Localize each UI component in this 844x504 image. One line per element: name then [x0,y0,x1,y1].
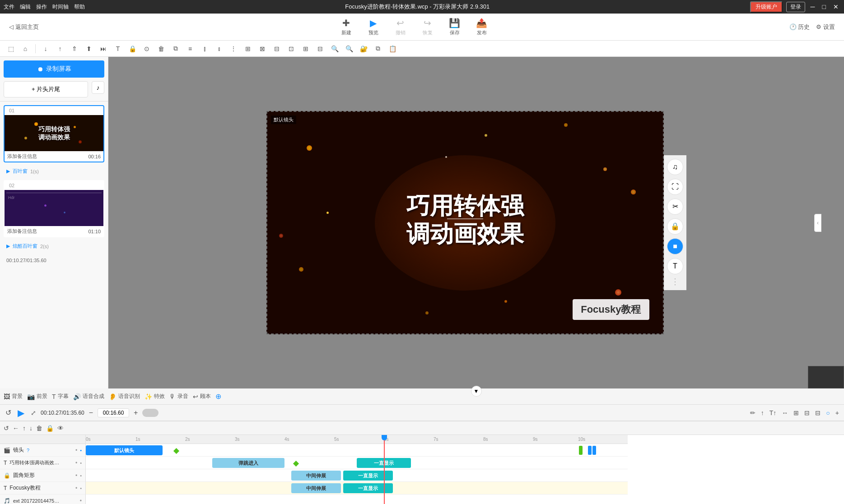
up-icon-btn[interactable]: ↑ [760,409,765,416]
clip-item-02[interactable]: 02 Hdr 添加备注信息 01:10 [4,180,104,237]
back-home-button[interactable]: ◁ 返回主页 [9,23,39,31]
expand-button[interactable]: ▼ [471,386,482,397]
effect-bg[interactable]: 🖼 背景 [4,393,23,400]
crop-button[interactable]: ✂ [667,199,683,215]
sec-btn-copy[interactable]: ⧉ [169,42,182,55]
effect-tts[interactable]: 🔊 语音合成 [73,393,104,400]
sec-btn-lock[interactable]: 🔒 [126,42,139,55]
minus-button[interactable]: − [87,409,95,417]
tl-lock-btn[interactable]: 🔒 [46,425,54,432]
minus3-icon-btn[interactable]: ⊟ [814,409,822,416]
block-diamond-text1[interactable]: ◆ [291,458,300,468]
lens-dots[interactable]: • [75,447,77,453]
undo-button[interactable]: ↩ 撤销 [392,18,410,36]
sec-btn-zoom-out[interactable]: 🔍 [343,42,355,55]
sec-btn-top[interactable]: ⬆ [83,42,95,55]
plus-button[interactable]: + [132,409,140,417]
duration-input[interactable] [98,408,129,417]
fit-screen-button[interactable]: ⛶ [667,179,683,195]
text1-dot2[interactable]: • [80,460,82,466]
preview-button[interactable]: ▶ 预览 [364,18,382,36]
redo-button[interactable]: ↪ 恢复 [419,18,437,36]
effect-record[interactable]: 🎙 录音 [169,393,188,400]
effect-fg[interactable]: 📷 前景 [27,393,47,400]
sec-btn-up[interactable]: ↑ [54,42,66,55]
transition-01[interactable]: ▶ 百叶窗 1(s) [4,166,104,176]
block-always-show-rect[interactable]: 一直显示 [343,471,393,481]
sec-btn-2[interactable]: ⌂ [19,42,32,55]
menu-item-help[interactable]: 帮助 [74,3,85,11]
new-button[interactable]: ✚ 新建 [337,18,355,36]
text1-dots[interactable]: • [75,460,77,466]
settings-button[interactable]: ⚙ 设置 [816,23,835,31]
sec-btn-8[interactable]: ⊡ [285,42,298,55]
circle-icon-btn[interactable]: ○ [825,409,831,416]
effect-restore[interactable]: ↩ 顾本 [193,393,211,400]
sec-btn-rows[interactable]: ⋮ [227,42,240,55]
upgrade-button[interactable]: 升级账户 [750,1,783,13]
text-tool-button[interactable]: T [667,258,683,274]
sec-btn-9[interactable]: ⊞ [299,42,312,55]
menu-item-ops[interactable]: 操作 [36,3,47,11]
t-up-icon-btn[interactable]: T↑ [768,409,778,416]
tl-delete-btn[interactable]: 🗑 [36,425,42,432]
sec-btn-cols[interactable]: ⫿ [198,42,211,55]
sec-btn-10[interactable]: ⊟ [314,42,326,55]
tl-undo-btn[interactable]: ↺ [4,425,9,432]
block-mid-expand-rect[interactable]: 中间伸展 [291,471,341,481]
lens-dot2[interactable]: • [80,448,82,453]
fullscreen-button[interactable]: ⤢ [29,409,38,416]
toggle-switch[interactable] [142,409,159,417]
sec-btn-align-r[interactable]: ⫾ [213,42,225,55]
block-always-show-focusky[interactable]: 一直显示 [343,483,393,493]
lock-tool-button[interactable]: 🔒 [667,218,683,235]
more-tools-dots[interactable]: ··· [671,278,679,287]
sec-btn-copy2[interactable]: ⧉ [372,42,384,55]
swap-icon-btn[interactable]: ↔ [780,409,789,416]
add-icon-btn[interactable]: + [834,409,840,416]
block-mid-expand-focusky[interactable]: 中间伸展 [291,483,341,493]
menu-item-edit[interactable]: 编辑 [20,3,31,11]
focusky-dots[interactable]: • [75,485,77,491]
block-diamond-lens[interactable]: ◆ [172,445,181,455]
block-default-lens[interactable]: 默认镜头 [86,445,163,455]
maximize-button[interactable]: □ [821,3,828,10]
color-tool-button[interactable]: ■ [667,238,683,254]
effect-add[interactable]: ⊕ [215,392,221,401]
minus2-icon-btn[interactable]: ⊟ [803,409,811,416]
sec-btn-download[interactable]: ↓ [39,42,52,55]
block-bounce-in[interactable]: 弹跳进入 [212,458,284,468]
tl-eye-btn[interactable]: 👁 [57,425,64,432]
minimize-button[interactable]: ─ [809,3,817,10]
rewind-button[interactable]: ↺ [4,408,13,417]
sec-btn-5[interactable]: ⊞ [242,42,254,55]
sec-btn-upup[interactable]: ⇑ [68,42,81,55]
effect-stt[interactable]: 👂 语音识别 [109,393,140,400]
tl-up-btn[interactable]: ↑ [23,425,26,432]
sec-btn-lock2[interactable]: 🔐 [357,42,370,55]
sec-btn-align-l[interactable]: ≡ [184,42,196,55]
history-button[interactable]: 🕐 历史 [789,23,810,31]
sec-btn-T[interactable]: T [112,42,124,55]
focusky-dot2[interactable]: • [80,486,82,491]
tl-back-btn[interactable]: ← [13,425,19,432]
sec-btn-7[interactable]: ⊟ [270,42,283,55]
sec-btn-paste[interactable]: 📋 [386,42,399,55]
save-button[interactable]: 💾 保存 [446,18,464,36]
close-button[interactable]: ✕ [831,3,840,10]
sec-btn-skip[interactable]: ⏭ [97,42,110,55]
sec-btn-circle[interactable]: ⊙ [140,42,153,55]
sec-btn-1[interactable]: ⬚ [5,42,17,55]
rect-dot2[interactable]: • [80,473,82,478]
publish-button[interactable]: 📤 发布 [473,18,491,36]
music-tool-button[interactable]: ♫ [667,159,683,175]
clip-item-01[interactable]: 01 巧用转体强调动画效果 添加备注信息 00:16 [4,105,104,162]
effect-subtitle[interactable]: T 字幕 [52,393,69,400]
add-clip-button[interactable]: + 片头片尾 [4,81,88,97]
menu-item-file[interactable]: 文件 [4,3,14,11]
music-button[interactable]: ♪ [92,81,104,94]
transition-02[interactable]: ▶ 炫酷百叶窗 2(s) [4,241,104,251]
sec-btn-del[interactable]: 🗑 [155,42,168,55]
sec-btn-6[interactable]: ⊠ [256,42,269,55]
timeline-playhead[interactable] [384,435,385,504]
